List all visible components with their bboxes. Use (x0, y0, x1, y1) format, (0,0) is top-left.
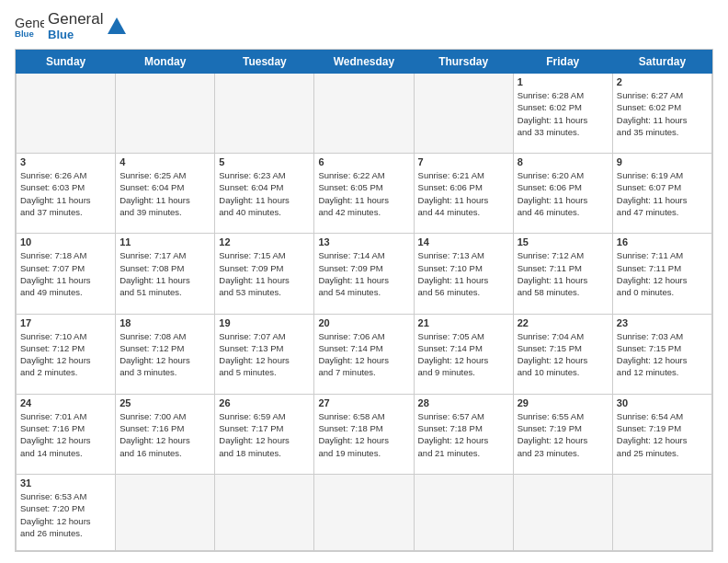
day-cell (612, 475, 711, 551)
day-info: Sunrise: 6:27 AM Sunset: 6:02 PM Dayligh… (617, 89, 708, 138)
svg-text:Blue: Blue (15, 29, 34, 39)
day-info: Sunrise: 6:19 AM Sunset: 6:07 PM Dayligh… (617, 169, 708, 218)
day-cell (314, 475, 414, 551)
day-cell: 23Sunrise: 7:03 AM Sunset: 7:15 PM Dayli… (612, 314, 711, 394)
day-cell: 28Sunrise: 6:57 AM Sunset: 7:18 PM Dayli… (414, 394, 513, 474)
day-info: Sunrise: 7:06 AM Sunset: 7:14 PM Dayligh… (318, 330, 409, 379)
day-info: Sunrise: 6:22 AM Sunset: 6:05 PM Dayligh… (318, 169, 409, 218)
day-cell: 20Sunrise: 7:06 AM Sunset: 7:14 PM Dayli… (314, 314, 414, 394)
day-cell: 22Sunrise: 7:04 AM Sunset: 7:15 PM Dayli… (513, 314, 612, 394)
day-cell (414, 73, 513, 153)
day-info: Sunrise: 7:03 AM Sunset: 7:15 PM Dayligh… (617, 330, 708, 379)
calendar: SundayMondayTuesdayWednesdayThursdayFrid… (15, 49, 713, 552)
day-info: Sunrise: 6:23 AM Sunset: 6:04 PM Dayligh… (219, 169, 310, 218)
day-cell (414, 475, 513, 551)
day-cell: 16Sunrise: 7:11 AM Sunset: 7:11 PM Dayli… (612, 234, 711, 314)
day-cell: 31Sunrise: 6:53 AM Sunset: 7:20 PM Dayli… (17, 475, 116, 551)
day-header-saturday: Saturday (612, 50, 711, 73)
day-number: 2 (617, 76, 708, 87)
day-number: 25 (119, 397, 210, 408)
day-number: 21 (418, 317, 509, 328)
day-cell: 26Sunrise: 6:59 AM Sunset: 7:17 PM Dayli… (215, 394, 314, 474)
day-info: Sunrise: 6:21 AM Sunset: 6:06 PM Dayligh… (418, 169, 509, 218)
day-number: 17 (20, 317, 111, 328)
day-info: Sunrise: 7:08 AM Sunset: 7:12 PM Dayligh… (119, 330, 210, 379)
day-cell: 1Sunrise: 6:28 AM Sunset: 6:02 PM Daylig… (513, 73, 612, 153)
day-cell (17, 73, 116, 153)
day-cell: 2Sunrise: 6:27 AM Sunset: 6:02 PM Daylig… (612, 73, 711, 153)
day-number: 14 (418, 236, 509, 247)
day-info: Sunrise: 7:10 AM Sunset: 7:12 PM Dayligh… (20, 330, 111, 379)
logo: General Blue General Blue (15, 11, 127, 41)
day-info: Sunrise: 6:28 AM Sunset: 6:02 PM Dayligh… (518, 89, 609, 138)
day-cell: 24Sunrise: 7:01 AM Sunset: 7:16 PM Dayli… (17, 394, 116, 474)
day-number: 1 (518, 76, 609, 87)
day-info: Sunrise: 7:01 AM Sunset: 7:16 PM Dayligh… (20, 410, 111, 459)
day-number: 27 (318, 397, 409, 408)
day-number: 9 (617, 156, 708, 167)
day-cell: 9Sunrise: 6:19 AM Sunset: 6:07 PM Daylig… (612, 154, 711, 234)
logo-triangle-icon (107, 16, 127, 36)
day-number: 23 (617, 317, 708, 328)
day-cell: 3Sunrise: 6:26 AM Sunset: 6:03 PM Daylig… (17, 154, 116, 234)
day-info: Sunrise: 6:25 AM Sunset: 6:04 PM Dayligh… (119, 169, 210, 218)
day-info: Sunrise: 7:05 AM Sunset: 7:14 PM Dayligh… (418, 330, 509, 379)
logo-general: General (48, 11, 103, 29)
day-number: 20 (318, 317, 409, 328)
day-info: Sunrise: 6:26 AM Sunset: 6:03 PM Dayligh… (20, 169, 111, 218)
day-cell: 14Sunrise: 7:13 AM Sunset: 7:10 PM Dayli… (414, 234, 513, 314)
day-cell: 12Sunrise: 7:15 AM Sunset: 7:09 PM Dayli… (215, 234, 314, 314)
day-number: 7 (418, 156, 509, 167)
day-number: 22 (518, 317, 609, 328)
day-info: Sunrise: 7:00 AM Sunset: 7:16 PM Dayligh… (119, 410, 210, 459)
day-number: 12 (219, 236, 310, 247)
day-number: 6 (318, 156, 409, 167)
day-cell (215, 475, 314, 551)
day-number: 26 (219, 397, 310, 408)
day-cell: 7Sunrise: 6:21 AM Sunset: 6:06 PM Daylig… (414, 154, 513, 234)
day-info: Sunrise: 6:59 AM Sunset: 7:17 PM Dayligh… (219, 410, 310, 459)
calendar-header: SundayMondayTuesdayWednesdayThursdayFrid… (17, 50, 712, 73)
day-cell: 6Sunrise: 6:22 AM Sunset: 6:05 PM Daylig… (314, 154, 414, 234)
day-header-tuesday: Tuesday (215, 50, 314, 73)
day-info: Sunrise: 7:14 AM Sunset: 7:09 PM Dayligh… (318, 249, 409, 298)
svg-marker-3 (108, 17, 126, 34)
day-cell: 17Sunrise: 7:10 AM Sunset: 7:12 PM Dayli… (17, 314, 116, 394)
calendar-table: SundayMondayTuesdayWednesdayThursdayFrid… (16, 50, 712, 551)
day-info: Sunrise: 7:13 AM Sunset: 7:10 PM Dayligh… (418, 249, 509, 298)
day-info: Sunrise: 7:15 AM Sunset: 7:09 PM Dayligh… (219, 249, 310, 298)
day-cell (116, 475, 215, 551)
day-number: 5 (219, 156, 310, 167)
day-info: Sunrise: 6:20 AM Sunset: 6:06 PM Dayligh… (518, 169, 609, 218)
day-number: 10 (20, 236, 111, 247)
day-number: 31 (20, 477, 111, 488)
day-number: 3 (20, 156, 111, 167)
day-number: 8 (518, 156, 609, 167)
day-header-wednesday: Wednesday (314, 50, 414, 73)
day-cell (513, 475, 612, 551)
logo-blue: Blue (48, 29, 103, 41)
day-info: Sunrise: 7:04 AM Sunset: 7:15 PM Dayligh… (518, 330, 609, 379)
day-cell: 11Sunrise: 7:17 AM Sunset: 7:08 PM Dayli… (116, 234, 215, 314)
day-number: 30 (617, 397, 708, 408)
day-info: Sunrise: 7:17 AM Sunset: 7:08 PM Dayligh… (119, 249, 210, 298)
day-number: 24 (20, 397, 111, 408)
day-cell (314, 73, 414, 153)
day-number: 16 (617, 236, 708, 247)
day-cell: 15Sunrise: 7:12 AM Sunset: 7:11 PM Dayli… (513, 234, 612, 314)
day-number: 18 (119, 317, 210, 328)
day-cell: 21Sunrise: 7:05 AM Sunset: 7:14 PM Dayli… (414, 314, 513, 394)
day-number: 28 (418, 397, 509, 408)
day-cell: 10Sunrise: 7:18 AM Sunset: 7:07 PM Dayli… (17, 234, 116, 314)
page: General Blue General Blue SundayMondayTu… (0, 0, 728, 563)
day-header-friday: Friday (513, 50, 612, 73)
day-cell: 25Sunrise: 7:00 AM Sunset: 7:16 PM Dayli… (116, 394, 215, 474)
day-cell: 19Sunrise: 7:07 AM Sunset: 7:13 PM Dayli… (215, 314, 314, 394)
day-info: Sunrise: 6:55 AM Sunset: 7:19 PM Dayligh… (518, 410, 609, 459)
day-cell: 5Sunrise: 6:23 AM Sunset: 6:04 PM Daylig… (215, 154, 314, 234)
day-info: Sunrise: 6:54 AM Sunset: 7:19 PM Dayligh… (617, 410, 708, 459)
day-number: 11 (119, 236, 210, 247)
day-cell: 8Sunrise: 6:20 AM Sunset: 6:06 PM Daylig… (513, 154, 612, 234)
header: General Blue General Blue (15, 11, 713, 41)
day-cell (116, 73, 215, 153)
